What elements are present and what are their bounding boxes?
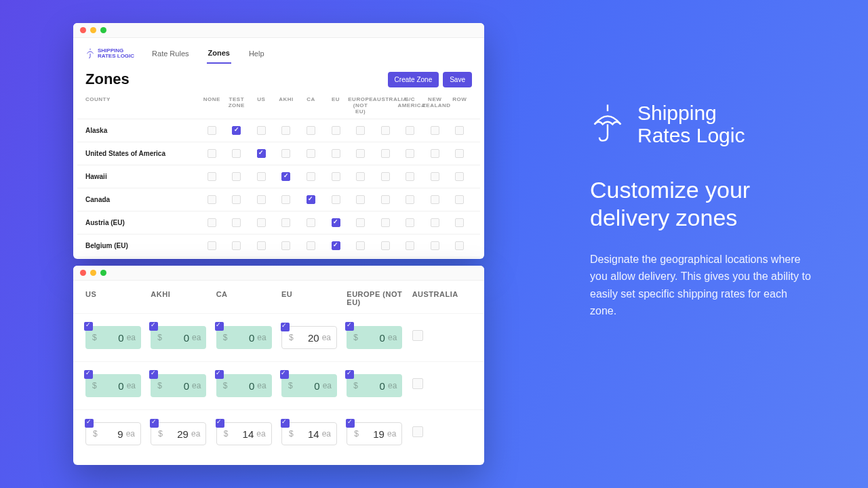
australia-checkbox[interactable]	[412, 426, 423, 437]
rate-checkbox[interactable]	[216, 419, 224, 428]
zone-checkbox[interactable]	[232, 195, 241, 204]
zone-checkbox[interactable]	[455, 126, 464, 135]
zone-checkbox[interactable]	[406, 218, 414, 227]
australia-checkbox[interactable]	[412, 330, 423, 341]
rate-input[interactable]: $20ea	[281, 326, 337, 349]
rate-checkbox[interactable]	[281, 419, 290, 428]
rate-checkbox[interactable]	[280, 370, 289, 379]
zone-checkbox[interactable]	[332, 126, 340, 135]
zone-checkbox[interactable]	[356, 126, 365, 135]
tab-help[interactable]: Help	[248, 44, 266, 63]
zone-checkbox[interactable]	[431, 195, 439, 204]
rate-checkbox[interactable]	[150, 419, 159, 428]
zone-checkbox[interactable]	[281, 126, 290, 135]
zone-checkbox[interactable]	[232, 149, 241, 158]
zone-checkbox[interactable]	[232, 172, 241, 181]
rate-checkbox[interactable]	[84, 322, 93, 331]
zone-checkbox[interactable]	[431, 172, 439, 181]
zone-checkbox[interactable]	[381, 218, 390, 227]
rate-input[interactable]: $0ea	[85, 326, 141, 349]
zone-checkbox[interactable]	[208, 126, 216, 135]
rate-checkbox[interactable]	[215, 322, 224, 331]
zone-checkbox[interactable]	[356, 172, 365, 181]
zone-checkbox[interactable]	[332, 241, 340, 250]
zone-checkbox[interactable]	[332, 149, 340, 158]
zone-checkbox[interactable]	[455, 241, 464, 250]
zone-checkbox[interactable]	[406, 195, 414, 204]
zone-checkbox[interactable]	[431, 126, 439, 135]
rate-checkbox[interactable]	[149, 322, 158, 331]
close-icon[interactable]	[80, 27, 86, 33]
zone-checkbox[interactable]	[431, 241, 439, 250]
zone-checkbox[interactable]	[307, 172, 315, 181]
tab-zones[interactable]: Zones	[207, 43, 231, 64]
zone-checkbox[interactable]	[381, 241, 390, 250]
close-icon[interactable]	[80, 270, 86, 276]
zone-checkbox[interactable]	[356, 241, 365, 250]
zone-checkbox[interactable]	[232, 241, 241, 250]
zone-checkbox[interactable]	[257, 126, 266, 135]
rate-input[interactable]: $0ea	[347, 326, 402, 349]
rate-checkbox[interactable]	[215, 370, 224, 379]
create-zone-button[interactable]: Create Zone	[388, 72, 439, 87]
zone-checkbox[interactable]	[455, 149, 464, 158]
rate-input[interactable]: $0ea	[216, 326, 272, 349]
zone-checkbox[interactable]	[381, 172, 390, 181]
zone-checkbox[interactable]	[307, 241, 315, 250]
rate-checkbox[interactable]	[345, 370, 354, 379]
rate-input[interactable]: $0ea	[216, 374, 272, 397]
zone-checkbox[interactable]	[356, 149, 365, 158]
rate-checkbox[interactable]	[346, 419, 355, 428]
zone-checkbox[interactable]	[381, 149, 390, 158]
zone-checkbox[interactable]	[381, 195, 390, 204]
rate-input[interactable]: $0ea	[281, 374, 337, 397]
zone-checkbox[interactable]	[406, 241, 414, 250]
zone-checkbox[interactable]	[431, 218, 439, 227]
zone-checkbox[interactable]	[257, 241, 266, 250]
rate-checkbox[interactable]	[149, 370, 158, 379]
zone-checkbox[interactable]	[257, 149, 266, 158]
zone-checkbox[interactable]	[406, 126, 414, 135]
zone-checkbox[interactable]	[431, 149, 439, 158]
zone-checkbox[interactable]	[406, 172, 414, 181]
rate-input[interactable]: $14ea	[216, 422, 272, 445]
zone-checkbox[interactable]	[208, 195, 216, 204]
rate-input[interactable]: $19ea	[347, 422, 402, 445]
zone-checkbox[interactable]	[455, 195, 464, 204]
zone-checkbox[interactable]	[281, 172, 290, 181]
rate-input[interactable]: $0ea	[347, 374, 402, 397]
zone-checkbox[interactable]	[232, 126, 241, 135]
maximize-icon[interactable]	[100, 270, 106, 276]
rate-input[interactable]: $29ea	[151, 422, 206, 445]
zone-checkbox[interactable]	[332, 172, 340, 181]
zone-checkbox[interactable]	[307, 218, 315, 227]
rate-checkbox[interactable]	[85, 419, 94, 428]
zone-checkbox[interactable]	[208, 241, 216, 250]
maximize-icon[interactable]	[100, 27, 106, 33]
zone-checkbox[interactable]	[281, 149, 290, 158]
zone-checkbox[interactable]	[356, 195, 365, 204]
zone-checkbox[interactable]	[257, 218, 266, 227]
rate-input[interactable]: $0ea	[85, 374, 141, 397]
rate-checkbox[interactable]	[281, 323, 290, 331]
zone-checkbox[interactable]	[406, 149, 414, 158]
zone-checkbox[interactable]	[281, 241, 290, 250]
rate-checkbox[interactable]	[84, 370, 93, 379]
zone-checkbox[interactable]	[232, 218, 241, 227]
zone-checkbox[interactable]	[208, 172, 216, 181]
zone-checkbox[interactable]	[257, 172, 266, 181]
rate-input[interactable]: $0ea	[151, 326, 206, 349]
zone-checkbox[interactable]	[307, 195, 315, 204]
minimize-icon[interactable]	[90, 270, 96, 276]
save-button[interactable]: Save	[443, 72, 472, 87]
rate-input[interactable]: $9ea	[85, 422, 141, 445]
zone-checkbox[interactable]	[332, 195, 340, 204]
australia-checkbox[interactable]	[412, 378, 423, 389]
zone-checkbox[interactable]	[281, 218, 290, 227]
zone-checkbox[interactable]	[281, 195, 290, 204]
zone-checkbox[interactable]	[332, 218, 340, 227]
zone-checkbox[interactable]	[455, 172, 464, 181]
zone-checkbox[interactable]	[381, 126, 390, 135]
zone-checkbox[interactable]	[455, 218, 464, 227]
zone-checkbox[interactable]	[208, 218, 216, 227]
